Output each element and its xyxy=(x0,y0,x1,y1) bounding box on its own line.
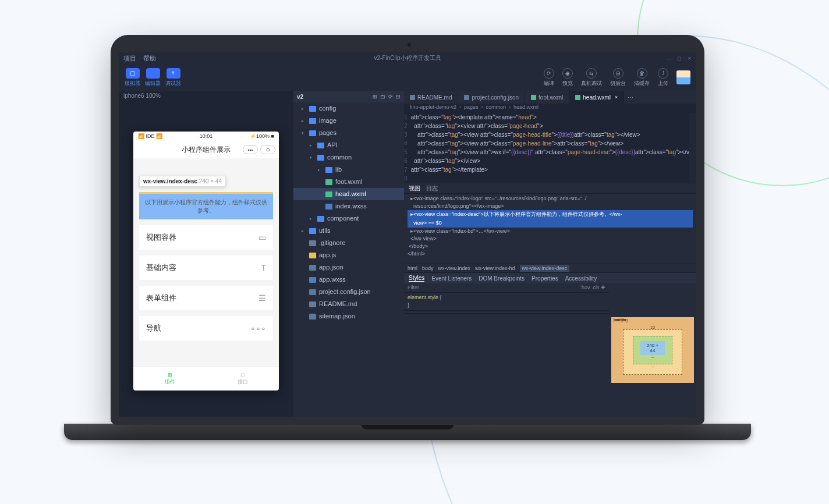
phone-status-time: 10:01 xyxy=(200,133,213,139)
capsule-close-icon[interactable]: ⊙ xyxy=(260,145,275,154)
toolbar-chip-0[interactable]: ▢ 模拟器 xyxy=(125,68,140,87)
tree-row[interactable]: app.json xyxy=(293,261,404,274)
dom-tree-line[interactable]: view> == $0 xyxy=(408,219,693,228)
dom-tree-line[interactable]: resources/kind/logo.png"></wx-image> xyxy=(408,203,693,210)
style-tab[interactable]: DOM Breakpoints xyxy=(479,275,525,282)
styles-pane[interactable]: Filter :hov .cls ✚ element.style {} </sp… xyxy=(404,283,609,417)
toolbar-btn-label: 清缓存 xyxy=(634,80,650,87)
menu-help[interactable]: 帮助 xyxy=(143,54,156,63)
devtools-top-tab[interactable]: 视图 xyxy=(409,184,420,193)
tree-row[interactable]: ▸ API xyxy=(293,139,404,151)
toolbar-chip-1[interactable]: 编辑器 xyxy=(145,68,161,87)
breadcrumb-segment[interactable]: › xyxy=(459,104,461,112)
editor-tab[interactable]: README.md xyxy=(404,91,458,104)
toolbar-btn-3[interactable]: ⊟ 切后台 xyxy=(610,68,626,87)
sim-menu-item[interactable]: 表单组件 ☰ xyxy=(139,286,273,310)
simulator-device-label: iphone6 100% xyxy=(119,91,293,102)
tree-row[interactable]: sitemap.json xyxy=(293,310,404,322)
phone-page-body: wx-view.index-desc 240 × 44 以下用展示小程序官方组件… xyxy=(133,158,279,366)
dom-tree-line[interactable]: ▸<wx-view class="index-desc">以下将展示小程序官方组… xyxy=(408,210,693,219)
breadcrumb-segment[interactable]: pages xyxy=(464,104,479,112)
tree-row[interactable]: head.wxml xyxy=(293,188,404,200)
code-editor[interactable]: 12345678 attr">class="tag"><template att… xyxy=(404,113,696,183)
dom-crumb-segment[interactable]: html xyxy=(408,265,417,271)
tree-row[interactable]: ▸ lib xyxy=(293,164,404,176)
dom-tree-line[interactable]: </body> xyxy=(408,243,693,250)
toolbar-btn-5[interactable]: ⤴ 上传 xyxy=(658,68,668,87)
editor-tabs-more-icon[interactable]: ⋯ xyxy=(624,91,637,104)
dom-tree-line[interactable]: ▸<wx-view class="index-bd">…</wx-view> xyxy=(408,228,693,235)
editor-tab[interactable]: project.config.json xyxy=(458,91,525,104)
tree-row[interactable]: .gitignore xyxy=(293,237,404,249)
tree-file-icon xyxy=(309,277,316,283)
dom-crumb-segment[interactable]: wx-view.index xyxy=(438,265,471,271)
new-folder-icon[interactable]: 🗀 xyxy=(380,94,385,100)
tree-row[interactable]: README.md xyxy=(293,298,404,310)
tree-file-icon xyxy=(325,191,332,197)
tree-row[interactable]: project.config.json xyxy=(293,286,404,298)
highlighted-index-desc[interactable]: 以下用展示小程序官方组件能力，组件样式仅供参考。 xyxy=(139,192,273,219)
capsule-menu-icon[interactable]: ••• xyxy=(243,145,258,154)
phone-simulator[interactable]: 📶 IDE 📶 10:01 ⚡100% ■ 小程序组件展示 ••• ⊙ xyxy=(133,132,279,391)
breadcrumb-segment[interactable]: head.wxml xyxy=(513,104,539,112)
close-icon[interactable]: ✕ xyxy=(688,56,692,61)
tree-row[interactable]: ▸ config xyxy=(293,102,404,115)
style-tab[interactable]: Accessibility xyxy=(565,275,597,282)
phone-tab-bar: ⊞ 组件 ◻ 接口 xyxy=(133,366,279,391)
dom-tree-line[interactable]: </wx-view> xyxy=(408,235,693,243)
dom-crumb-segment[interactable]: wx-view.index-desc xyxy=(520,265,570,272)
dom-crumb-segment[interactable]: body xyxy=(422,265,434,271)
tree-row[interactable]: foot.wxml xyxy=(293,176,404,188)
toolbar-btn-2[interactable]: ⇆ 真机调试 xyxy=(581,68,602,87)
breadcrumb-segment[interactable]: fino-applet-demo-v2 xyxy=(410,104,456,112)
tree-row[interactable]: app.wxss xyxy=(293,274,404,286)
collapse-all-icon[interactable]: ⊟ xyxy=(396,94,401,100)
sim-menu-item[interactable]: 导航 ∘∘∘ xyxy=(139,316,273,340)
new-file-icon[interactable]: ⊞ xyxy=(373,94,377,100)
dom-breadcrumb: htmlbodywx-view.indexwx-view.index-hdwx-… xyxy=(404,264,696,273)
toolbar-btn-1[interactable]: ◉ 预览 xyxy=(562,68,573,87)
style-tab[interactable]: Event Listeners xyxy=(431,275,472,282)
minimize-icon[interactable]: — xyxy=(667,56,671,61)
tree-row[interactable]: ▾ common xyxy=(293,151,404,164)
devtools-top-tab[interactable]: 日志 xyxy=(426,184,438,193)
project-root-label[interactable]: v2 xyxy=(297,94,303,100)
tree-row[interactable]: ▾ pages xyxy=(293,127,404,139)
tree-row[interactable]: app.js xyxy=(293,249,404,261)
tree-node-label: app.wxss xyxy=(319,275,346,285)
style-tab[interactable]: Styles xyxy=(409,275,424,282)
minimap[interactable] xyxy=(689,113,696,183)
dom-tree-line[interactable]: </html> xyxy=(408,250,693,258)
dom-crumb-segment[interactable]: wx-view.index-hd xyxy=(475,265,515,271)
editor-tab-close-icon[interactable]: × xyxy=(615,94,618,100)
breadcrumb-segment[interactable]: › xyxy=(481,104,483,112)
sim-menu-item[interactable]: 基础内容 T xyxy=(139,255,273,280)
breadcrumb-segment[interactable]: common xyxy=(486,104,506,112)
phone-tab-item[interactable]: ⊞ 组件 xyxy=(133,367,206,391)
toolbar-btn-0[interactable]: ⟳ 编译 xyxy=(544,68,554,87)
tree-row[interactable]: ▸ component xyxy=(293,212,404,225)
tree-file-icon xyxy=(317,143,324,148)
styles-hov-cls-toggle[interactable]: :hov .cls ✚ xyxy=(580,284,605,292)
css-rule[interactable]: element.style {} xyxy=(404,293,609,311)
maximize-icon[interactable]: ▢ xyxy=(677,56,682,61)
code-content[interactable]: attr">class="tag"><template attr">name="… xyxy=(411,113,689,183)
editor-tab[interactable]: foot.wxml xyxy=(525,91,569,104)
tree-row[interactable]: ▸ utils xyxy=(293,225,404,237)
avatar[interactable] xyxy=(676,70,690,84)
editor-tab[interactable]: head.wxml × xyxy=(569,91,624,104)
refresh-icon[interactable]: ⟳ xyxy=(388,94,393,100)
tree-row[interactable]: index.wxss xyxy=(293,200,404,212)
dom-tree-pane[interactable]: ▸<wx-image class="index-logo" src="../re… xyxy=(404,194,696,264)
phone-tab-item[interactable]: ◻ 接口 xyxy=(206,367,279,391)
dom-tree-line[interactable]: ▸<wx-image class="index-logo" src="../re… xyxy=(408,195,693,203)
toolbar-chip-2[interactable]: ⫯ 调试器 xyxy=(165,68,181,87)
sim-menu-item[interactable]: 视图容器 ▭ xyxy=(139,225,273,250)
styles-filter-input[interactable]: Filter xyxy=(408,284,419,292)
tree-row[interactable]: ▸ image xyxy=(293,115,404,127)
toolbar-btn-4[interactable]: 🗑 清缓存 xyxy=(634,68,650,87)
style-tab[interactable]: Properties xyxy=(532,275,558,282)
breadcrumb-segment[interactable]: › xyxy=(509,104,511,112)
css-rule[interactable]: </span> <span class="sel-name">.index-de… xyxy=(404,311,609,314)
menu-project[interactable]: 项目 xyxy=(123,54,136,63)
